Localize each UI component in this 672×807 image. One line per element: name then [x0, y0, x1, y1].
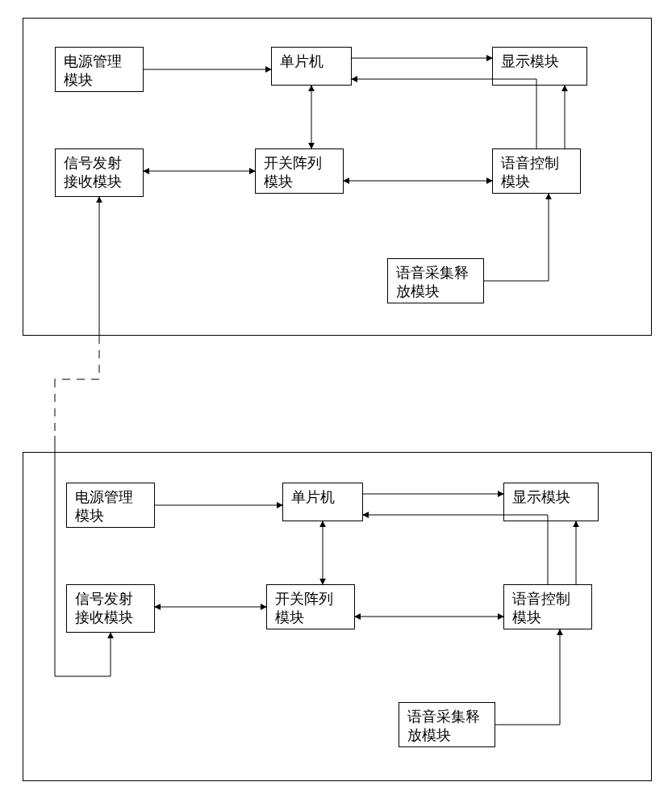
diagram-stage: 电源管理模块 单片机 显示模块 信号发射接收模块 开关阵列模块 语音控制模块 语…	[0, 0, 672, 807]
unit-a-display: 显示模块	[492, 47, 587, 86]
unit-a-mcu-label: 单片机	[280, 53, 323, 69]
unit-b-voice: 语音控制模块	[503, 584, 592, 629]
unit-b-mcu: 单片机	[282, 483, 363, 521]
unit-a-audio: 语音采集释放模块	[387, 258, 484, 303]
unit-a-display-label: 显示模块	[501, 53, 559, 69]
unit-a-switch: 开关阵列模块	[255, 148, 344, 194]
unit-b-switch-label: 开关阵列模块	[275, 591, 333, 625]
unit-a-rf-label: 信号发射接收模块	[64, 155, 122, 190]
unit-b-power-label: 电源管理模块	[75, 489, 133, 524]
unit-b-rf-label: 信号发射接收模块	[75, 591, 133, 625]
unit-a-audio-label: 语音采集释放模块	[396, 265, 469, 299]
unit-b-mcu-label: 单片机	[291, 489, 335, 505]
unit-b-voice-label: 语音控制模块	[512, 591, 570, 625]
unit-a-power-label: 电源管理模块	[64, 53, 122, 88]
unit-b-rf: 信号发射接收模块	[66, 584, 155, 633]
unit-b-audio-label: 语音采集释放模块	[407, 709, 480, 743]
unit-a-power: 电源管理模块	[55, 47, 144, 92]
unit-b-power: 电源管理模块	[66, 483, 155, 528]
unit-a-mcu: 单片机	[271, 47, 352, 86]
unit-a-switch-label: 开关阵列模块	[264, 155, 322, 190]
unit-a-rf: 信号发射接收模块	[55, 148, 144, 197]
unit-b-display-label: 显示模块	[512, 489, 570, 505]
unit-b-display: 显示模块	[503, 483, 599, 521]
unit-b-audio: 语音采集释放模块	[399, 702, 495, 747]
unit-a-voice: 语音控制模块	[492, 148, 581, 194]
unit-a-voice-label: 语音控制模块	[501, 155, 559, 190]
unit-b-switch: 开关阵列模块	[266, 584, 355, 629]
